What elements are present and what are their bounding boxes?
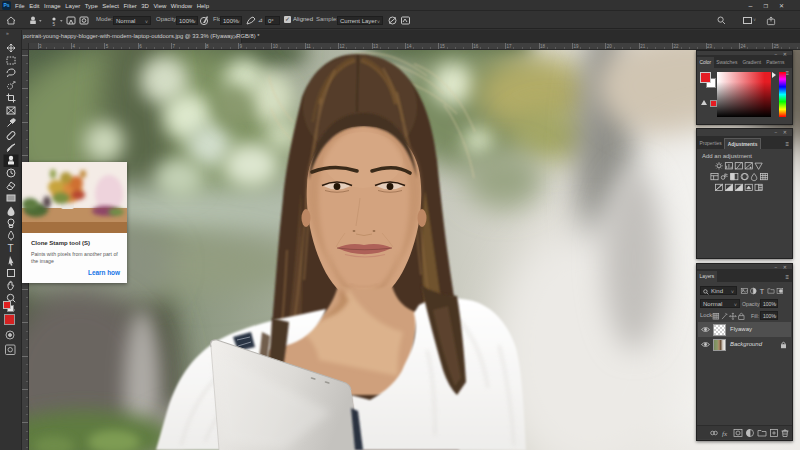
svg-text:T: T xyxy=(8,243,14,254)
svg-text:fx: fx xyxy=(722,430,728,438)
svg-text:5: 5 xyxy=(53,22,56,27)
svg-text:T: T xyxy=(760,287,765,295)
